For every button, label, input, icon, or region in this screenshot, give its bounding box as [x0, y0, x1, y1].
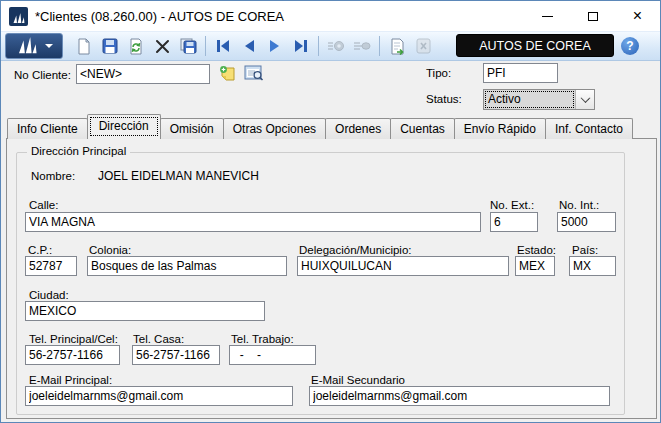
delegacion-input[interactable]: [297, 256, 509, 276]
process-fast-button[interactable]: [350, 34, 374, 58]
help-icon[interactable]: ?: [621, 37, 639, 55]
nav-previous-icon: [243, 39, 255, 53]
tel-trabajo-input[interactable]: [229, 345, 316, 365]
no-ext-label: No. Ext.:: [490, 199, 534, 211]
nav-next-button[interactable]: [263, 34, 287, 58]
no-int-label: No. Int.:: [559, 199, 599, 211]
app-menu-button[interactable]: [5, 33, 63, 59]
colonia-label: Colonia:: [89, 244, 131, 256]
tipo-input[interactable]: [483, 63, 558, 83]
tab-otras-opciones[interactable]: Otras Opciones: [223, 118, 326, 139]
cp-input[interactable]: [25, 256, 77, 276]
print-preview-button[interactable]: [385, 34, 409, 58]
tab-direccion[interactable]: Dirección: [87, 114, 161, 139]
note-new-icon: [219, 65, 236, 82]
title-bar: *Clientes (08.260.00) - AUTOS DE COREA ×: [1, 1, 660, 31]
save-close-button[interactable]: [176, 34, 200, 58]
search-icon: [244, 65, 264, 82]
tel-casa-label: Tel. Casa:: [133, 333, 184, 345]
tab-envio-rapido[interactable]: Envío Rápido: [454, 118, 546, 139]
calle-input[interactable]: [25, 212, 481, 232]
export-document-icon: [415, 38, 432, 54]
tooltip-autos-de-corea: AUTOS DE COREA: [456, 34, 614, 57]
app-logo-sails-icon: [15, 37, 41, 55]
tel-principal-label: Tel. Principal/Cel:: [29, 333, 118, 345]
toolbar-separator: [205, 36, 206, 56]
direccion-tab-panel: Dirección Principal Nombre: JOEL EIDELMA…: [6, 138, 657, 419]
close-button[interactable]: ×: [615, 1, 660, 31]
estado-label: Estado:: [517, 244, 556, 256]
chevron-down-icon: [580, 93, 590, 103]
print-preview-icon: [389, 38, 406, 55]
save-all-icon: [180, 38, 197, 54]
estado-input[interactable]: [515, 256, 555, 276]
tel-casa-input[interactable]: [132, 345, 220, 365]
delete-button[interactable]: [150, 34, 174, 58]
calle-label: Calle:: [29, 199, 58, 211]
nav-first-icon: [215, 39, 231, 53]
app-logo-icon: [9, 7, 28, 26]
dropdown-arrow-button[interactable]: [575, 90, 594, 109]
save-button[interactable]: [98, 34, 122, 58]
nombre-value: JOEL EIDELMAN MANEVICH: [98, 169, 259, 183]
status-dropdown[interactable]: Activo: [483, 89, 595, 110]
groupbox-title: Dirección Principal: [27, 145, 130, 157]
email-principal-input[interactable]: [25, 386, 293, 406]
email-secundario-input[interactable]: [309, 386, 610, 406]
new-note-button[interactable]: [217, 64, 237, 83]
nav-first-button[interactable]: [211, 34, 235, 58]
direccion-principal-groupbox: Dirección Principal Nombre: JOEL EIDELMA…: [16, 152, 625, 415]
close-icon: ×: [633, 8, 642, 24]
status-label: Status:: [426, 93, 462, 105]
no-int-input[interactable]: [557, 212, 616, 232]
tab-omision[interactable]: Omisión: [160, 118, 224, 139]
lookup-button[interactable]: [244, 64, 264, 83]
cp-label: C.P.:: [28, 244, 52, 256]
no-ext-input[interactable]: [490, 212, 538, 232]
window-title: *Clientes (08.260.00) - AUTOS DE COREA: [35, 9, 284, 24]
ciudad-input[interactable]: [25, 301, 265, 321]
tab-inf-contacto[interactable]: Inf. Contacto: [545, 118, 633, 139]
nombre-label: Nombre:: [31, 170, 75, 182]
save-floppy-icon: [102, 38, 118, 54]
email-principal-label: E-Mail Principal:: [29, 374, 112, 386]
clientes-window: *Clientes (08.260.00) - AUTOS DE COREA ×: [0, 0, 661, 423]
minimize-button[interactable]: [525, 1, 570, 31]
tab-cuentas[interactable]: Cuentas: [390, 118, 455, 139]
new-record-button[interactable]: [72, 34, 96, 58]
refresh-button[interactable]: [124, 34, 148, 58]
no-cliente-input[interactable]: [76, 64, 210, 84]
chevron-down-icon: [45, 44, 53, 48]
delegacion-label: Delegación/Municipio:: [299, 244, 412, 256]
pais-label: País:: [572, 244, 598, 256]
maximize-button[interactable]: [570, 1, 615, 31]
refresh-icon: [128, 38, 144, 55]
nav-next-icon: [269, 39, 281, 53]
toolbar-separator: [379, 36, 380, 56]
export-button[interactable]: [411, 34, 435, 58]
no-cliente-label: No Cliente:: [14, 69, 71, 81]
minimize-icon: [542, 16, 553, 17]
email-secundario-label: E-Mail Secundario: [311, 374, 405, 386]
tab-strip: Info Cliente Dirección Omisión Otras Opc…: [7, 116, 632, 139]
tab-info-cliente[interactable]: Info Cliente: [7, 118, 88, 139]
new-document-icon: [76, 38, 92, 55]
pais-input[interactable]: [569, 256, 616, 276]
maximize-icon: [588, 12, 598, 21]
toolbar-separator: [318, 36, 319, 56]
tipo-label: Tipo:: [426, 67, 451, 79]
ciudad-label: Ciudad:: [29, 289, 69, 301]
tel-principal-input[interactable]: [25, 345, 120, 365]
status-selected-value: Activo: [484, 90, 575, 109]
tab-ordenes[interactable]: Ordenes: [325, 118, 391, 139]
process-gear-icon: [327, 39, 345, 53]
nav-last-icon: [293, 39, 309, 53]
tel-trabajo-label: Tel. Trabajo:: [231, 333, 294, 345]
delete-x-icon: [155, 39, 170, 54]
nav-last-button[interactable]: [289, 34, 313, 58]
speed-lines-icon: [353, 40, 371, 52]
process-button[interactable]: [324, 34, 348, 58]
nav-previous-button[interactable]: [237, 34, 261, 58]
colonia-input[interactable]: [87, 256, 287, 276]
